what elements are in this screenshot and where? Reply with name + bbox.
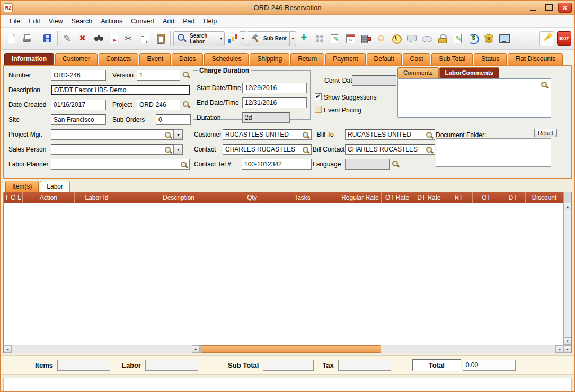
project-search-icon[interactable] [182,101,190,109]
sub-rent-button[interactable]: Sub Rent [247,31,290,46]
bill-contact-field[interactable]: CHARLES RUCASTLES [345,144,435,155]
contact-search-icon[interactable] [302,146,310,154]
sales-person-dropdown[interactable] [174,144,183,155]
tab-return[interactable]: Return [290,53,324,65]
customer-field[interactable]: RUCASTLES UNITED [223,129,312,140]
language-search-icon[interactable] [392,160,400,168]
start-datetime-field[interactable]: 12/29/2016 [242,83,307,93]
project-mgr-dropdown[interactable] [174,129,183,140]
save-icon[interactable] [40,31,55,46]
main-scroll-segment[interactable] [201,345,571,353]
project-field[interactable]: ORD-246 [137,100,180,110]
computer-icon[interactable] [497,31,511,46]
menu-view[interactable]: View [45,16,67,26]
comments-search-icon[interactable] [541,81,549,89]
tab-contacts[interactable]: Contacts [99,53,138,65]
column-header-qty[interactable]: Qty [238,192,266,203]
conv-date-field[interactable] [352,75,396,86]
version-search-icon[interactable] [182,71,190,79]
column-header-l[interactable]: L [16,192,23,203]
column-header-description[interactable]: Description [119,192,238,203]
frozen-scroll-left-button[interactable] [4,345,12,353]
show-suggestions-checkbox[interactable] [315,93,322,100]
frozen-scroll-right-button[interactable] [192,345,200,353]
column-header-discount[interactable]: Discount [526,192,563,203]
column-header-labor-id[interactable]: Labor Id [75,192,119,203]
main-scroll-left-button[interactable] [555,345,563,353]
menu-edit[interactable]: Edit [24,16,45,26]
total-value-field[interactable]: 0.00 [463,360,516,371]
tab-shipping[interactable]: Shipping [250,53,289,65]
horizontal-scroll-thumb[interactable] [201,345,381,353]
reset-button[interactable]: Reset [534,129,557,137]
column-header-ot[interactable]: OT [473,192,500,203]
menu-search[interactable]: Search [67,16,97,26]
paste-icon[interactable] [153,31,167,46]
copy-icon[interactable] [137,31,152,46]
bill-contact-search-icon[interactable] [426,146,434,154]
currency-icon[interactable] [481,31,496,46]
tab-schedules[interactable]: Schedules [204,53,249,65]
notes-icon[interactable] [450,31,465,46]
security-icon[interactable] [435,31,450,46]
vertical-scroll-track[interactable] [564,210,571,337]
menu-pad[interactable]: Pad [179,16,199,26]
comments-tab-comments[interactable]: Comments [397,67,439,78]
tab-default[interactable]: Default [367,53,402,65]
delete-icon[interactable] [76,31,91,46]
date-created-field[interactable]: 01/16/2017 [51,100,106,110]
minimize-button[interactable] [526,3,540,13]
grouping-icon[interactable] [312,31,327,46]
clock-icon[interactable] [389,31,404,46]
column-header-rt[interactable]: RT [445,192,473,203]
bill-to-field[interactable]: RUCASTLES UNITED [345,129,435,140]
main-scroll-right-button[interactable] [563,345,571,353]
document-folder-box[interactable] [436,138,551,167]
column-header-c[interactable]: C [10,192,16,203]
labor-planner-search-icon[interactable] [180,161,188,169]
sales-person-field[interactable] [51,144,174,155]
number-field[interactable]: ORD-246 [51,70,106,81]
search-labor-dropdown[interactable] [218,31,225,46]
event-pricing-checkbox[interactable] [315,106,322,113]
description-field[interactable]: OT/DT Factor UBS Demo [51,85,190,95]
column-header-dt[interactable]: DT [500,192,526,203]
menu-file[interactable]: File [5,16,24,26]
project-mgr-field[interactable] [51,129,174,140]
end-datetime-field[interactable]: 12/31/2016 [242,97,307,108]
binoculars-icon[interactable] [91,31,106,46]
project-mgr-search-icon[interactable] [164,131,172,139]
column-header-ot-rate[interactable]: OT Rate [382,192,413,203]
cut-icon[interactable] [122,31,137,46]
vertical-scrollbar[interactable] [563,203,571,345]
rate-chart-icon[interactable] [225,31,240,46]
duration-field[interactable]: 2d [242,112,290,123]
refresh-currency-icon[interactable] [466,31,481,46]
sub-total-field[interactable] [263,360,314,371]
tab-customer[interactable]: Customer [55,53,98,65]
detail-tab-item-s[interactable]: Item(s) [5,181,39,192]
close-button[interactable] [558,3,572,13]
labor-planner-field[interactable] [51,159,190,170]
menu-add[interactable]: Add [158,16,179,26]
column-header-tasks[interactable]: Tasks [266,192,339,203]
search-labor-button[interactable]: Search Labor [173,31,218,46]
wand-icon[interactable] [539,31,554,46]
tab-event[interactable]: Event [139,53,171,65]
calendar-icon[interactable] [343,31,358,46]
horizontal-scrollbar[interactable] [4,345,571,353]
new-icon[interactable] [4,31,19,46]
site-field[interactable]: San Francisco [51,114,106,125]
web-icon[interactable] [420,31,435,46]
tax-field[interactable] [338,360,391,371]
customer-search-icon[interactable] [302,131,310,139]
tab-status[interactable]: Status [474,53,507,65]
contact-tel-field[interactable]: 100-1012342 [242,159,312,170]
column-header-action[interactable]: Action [23,192,75,203]
main-scroll-track[interactable] [381,345,555,353]
contact-field[interactable]: CHARLES RUCASTLES [223,144,312,155]
tab-sub-total[interactable]: Sub Total [431,53,473,65]
rate-chart-dropdown[interactable] [240,31,246,46]
sales-person-search-icon[interactable] [164,146,172,154]
smiley-icon[interactable] [374,31,388,46]
